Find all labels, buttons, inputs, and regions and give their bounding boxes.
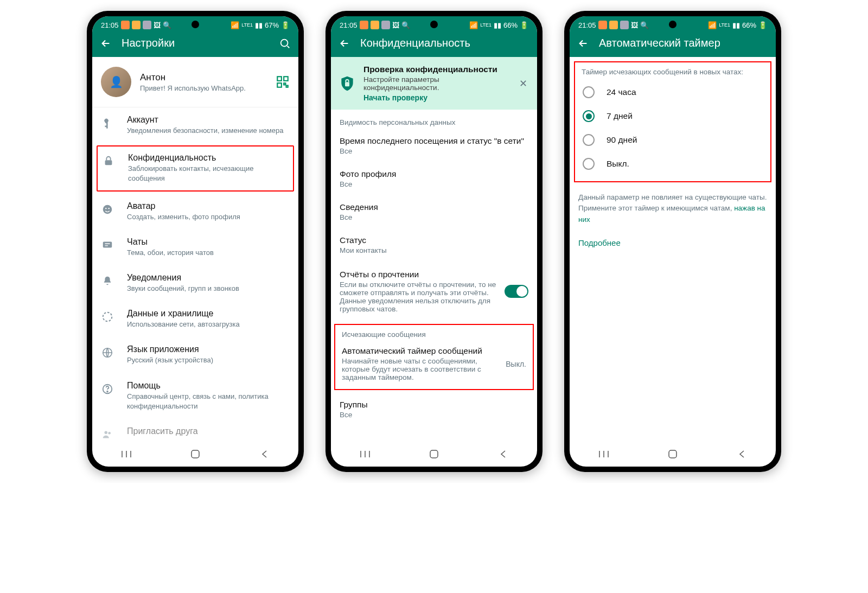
item-privacy[interactable]: Конфиденциальность Заблокировать контакт… (98, 146, 293, 190)
avatar[interactable]: 👤 (101, 67, 131, 97)
screen-timer: 21:05 🖼 🔍 📶 LTE1 ▮▮ 66% 🔋 Автоматический… (570, 16, 776, 467)
back-button[interactable] (577, 37, 589, 49)
item-avatar[interactable]: Аватар Создать, изменить, фото профиля (92, 194, 298, 229)
pref-value: Все (340, 147, 528, 155)
radio-24h[interactable]: 24 часа (578, 80, 767, 104)
navbar (570, 444, 776, 467)
pref-sub: Если вы отключите отчёты о прочтении, то… (340, 280, 498, 313)
item-help[interactable]: Помощь Справочный центр, связь с нами, п… (92, 373, 298, 419)
nav-home[interactable] (662, 449, 684, 459)
pref-groups[interactable]: Группы Все (331, 393, 537, 426)
item-chats[interactable]: Чаты Тема, обои, история чатов (92, 229, 298, 265)
pref-readreceipts[interactable]: Отчёты о прочтении Если вы отключите отч… (331, 262, 537, 321)
battery-pct: 66% (742, 21, 756, 29)
readreceipts-toggle[interactable] (505, 285, 528, 298)
item-title: Аккаунт (127, 115, 290, 125)
pref-title: Группы (340, 400, 528, 410)
camera-hole (430, 21, 438, 28)
pref-title: Фото профиля (340, 169, 528, 179)
status-icon-2 (609, 21, 618, 29)
nav-back[interactable] (731, 449, 752, 459)
nav-back[interactable] (253, 449, 275, 459)
status-icon-2 (132, 21, 141, 29)
net-label: LTE1 (480, 22, 492, 28)
radio-90d[interactable]: 90 дней (578, 128, 767, 152)
page-title: Настройки (122, 37, 269, 49)
content[interactable]: Таймер исчезающих сообщений в новых чата… (570, 57, 776, 444)
camera-hole (669, 21, 676, 28)
phone-settings: 21:05 🖼 🔍 📶 LTE1 ▮▮ 67% 🔋 Настройки (87, 11, 304, 472)
radio-icon[interactable] (583, 86, 595, 98)
page-title: Автоматический таймер (599, 37, 768, 49)
profile-name: Антон (140, 72, 267, 83)
people-icon (101, 429, 114, 441)
pref-status[interactable]: Статус Мои контакты (331, 229, 537, 262)
radio-label: Выкл. (607, 159, 629, 169)
pref-about[interactable]: Сведения Все (331, 196, 537, 229)
item-sub: Справочный центр, связь с нами, политика… (127, 392, 290, 411)
learn-more-link[interactable]: Подробнее (570, 231, 776, 255)
qr-button[interactable] (276, 75, 290, 89)
radio-off[interactable]: Выкл. (578, 152, 767, 176)
pref-photo[interactable]: Фото профиля Все (331, 163, 537, 196)
phone-privacy: 21:05 🖼 🔍 📶 LTE1 ▮▮ 66% 🔋 Конфиденциальн… (326, 11, 542, 472)
radio-label: 90 дней (607, 135, 637, 145)
pref-title: Сведения (340, 202, 528, 212)
status-icon-2 (371, 21, 379, 29)
back-button[interactable] (339, 37, 350, 49)
svg-rect-6 (105, 160, 112, 165)
status-icon-search: 🔍 (401, 21, 410, 29)
item-invite[interactable]: Пригласить друга (92, 419, 298, 444)
content[interactable]: Проверка конфиденциальности Настройте па… (331, 57, 537, 444)
status-icon-image: 🖼 (392, 21, 399, 29)
status-time: 21:05 (578, 21, 596, 29)
radio-icon[interactable] (583, 110, 595, 122)
item-sub: Русский (язык устройства) (127, 355, 290, 365)
appbar: Конфиденциальность (331, 31, 537, 57)
radio-icon[interactable] (583, 158, 595, 170)
pref-value: Все (340, 411, 528, 419)
radio-icon[interactable] (583, 134, 595, 146)
nav-recents[interactable] (593, 450, 615, 458)
svg-point-11 (103, 313, 112, 322)
face-icon (101, 203, 114, 215)
pref-autotimer[interactable]: Автоматический таймер сообщений Начинайт… (335, 341, 533, 387)
shield-lock-icon (339, 75, 356, 92)
globe-icon (101, 347, 114, 359)
nav-home[interactable] (423, 449, 445, 459)
signal-icon: ▮▮ (255, 21, 263, 29)
search-button[interactable] (279, 37, 291, 49)
item-sub: Тема, обои, история чатов (127, 248, 290, 258)
radio-label: 7 дней (607, 111, 633, 121)
status-icon-3 (143, 21, 151, 29)
pref-lastseen[interactable]: Время последнего посещения и статус "в с… (331, 130, 537, 163)
svg-point-16 (108, 432, 111, 435)
svg-point-7 (103, 205, 112, 214)
svg-rect-1 (277, 76, 282, 81)
close-button[interactable]: ✕ (517, 75, 529, 92)
radio-7d[interactable]: 7 дней (578, 104, 767, 128)
item-language[interactable]: Язык приложения Русский (язык устройства… (92, 337, 298, 373)
highlight-timer-options: Таймер исчезающих сообщений в новых чата… (574, 61, 771, 182)
banner-action[interactable]: Начать проверку (363, 93, 509, 102)
item-storage[interactable]: Данные и хранилище Использование сети, а… (92, 301, 298, 337)
item-title: Аватар (127, 201, 290, 211)
appbar: Настройки (92, 31, 298, 57)
profile-row[interactable]: 👤 Антон Привет! Я использую WhatsApp. (92, 57, 298, 107)
highlight-privacy: Конфиденциальность Заблокировать контакт… (97, 145, 294, 191)
nav-recents[interactable] (116, 450, 137, 458)
privacy-check-banner[interactable]: Проверка конфиденциальности Настройте па… (331, 57, 537, 110)
status-icon-image: 🖼 (631, 21, 638, 29)
nav-back[interactable] (492, 449, 514, 459)
chat-icon (101, 239, 114, 251)
nav-home[interactable] (184, 449, 206, 459)
back-button[interactable] (100, 37, 112, 49)
data-icon (101, 311, 114, 323)
svg-rect-20 (669, 450, 676, 458)
nav-recents[interactable] (354, 450, 376, 458)
svg-rect-19 (430, 450, 438, 458)
navbar (331, 444, 537, 467)
content[interactable]: 👤 Антон Привет! Я использую WhatsApp. Ак… (92, 57, 298, 444)
item-notifications[interactable]: Уведомления Звуки сообщений, групп и зво… (92, 265, 298, 301)
item-account[interactable]: Аккаунт Уведомления безопасности, измене… (92, 107, 298, 143)
